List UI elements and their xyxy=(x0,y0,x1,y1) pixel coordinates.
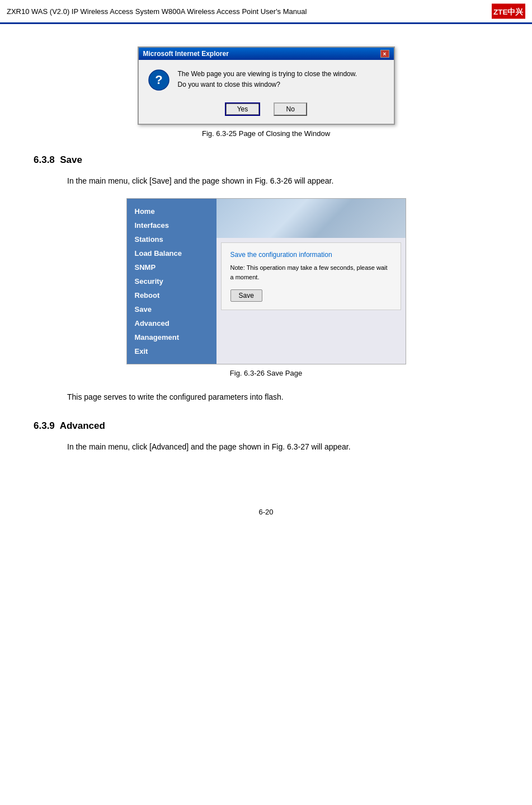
sidebar-item-interfaces[interactable]: Interfaces xyxy=(127,218,216,232)
ie-dialog: Microsoft Internet Explorer × ? The Web … xyxy=(138,46,395,125)
main-content: Microsoft Internet Explorer × ? The Web … xyxy=(0,24,532,485)
page-number: 6-20 xyxy=(258,508,273,516)
ie-question-icon: ? xyxy=(148,69,170,91)
header-title: ZXR10 WAS (V2.0) IP Wireless Access Syst… xyxy=(7,7,307,16)
ie-no-button[interactable]: No xyxy=(274,102,307,116)
save-panel-note: Note: This operation may take a few seco… xyxy=(230,263,392,282)
save-panel-title: Save the configuration information xyxy=(230,251,392,259)
ie-dialog-buttons: Yes No xyxy=(139,98,394,124)
save-panel-content: Save the configuration information Note:… xyxy=(221,242,401,310)
ie-dialog-wrapper: Microsoft Internet Explorer × ? The Web … xyxy=(34,46,498,125)
save-config-button[interactable]: Save xyxy=(230,289,262,302)
save-description: This page serves to write the configured… xyxy=(67,391,498,403)
sidebar-item-stations[interactable]: Stations xyxy=(127,232,216,246)
sidebar-menu: Home Interfaces Stations Load Balance SN… xyxy=(127,199,216,364)
save-page-wrapper: Home Interfaces Stations Load Balance SN… xyxy=(34,198,498,364)
ie-dialog-message: The Web page you are viewing is trying t… xyxy=(178,69,357,90)
ie-message-line2: Do you want to close this window? xyxy=(178,79,357,90)
sidebar-item-management[interactable]: Management xyxy=(127,330,216,344)
section-639-heading: 6.3.9 Advanced xyxy=(34,420,498,432)
fig1-caption: Fig. 6.3-25 Page of Closing the Window xyxy=(34,129,498,138)
svg-text:?: ? xyxy=(155,73,162,87)
sidebar-item-save[interactable]: Save xyxy=(127,302,216,316)
ie-message-line1: The Web page you are viewing is trying t… xyxy=(178,69,357,79)
sidebar-item-advanced[interactable]: Advanced xyxy=(127,316,216,330)
ie-dialog-body: ? The Web page you are viewing is trying… xyxy=(139,60,394,98)
page-footer: 6-20 xyxy=(0,508,532,525)
ie-dialog-title: Microsoft Internet Explorer xyxy=(143,50,229,58)
fig2-caption: Fig. 6.3-26 Save Page xyxy=(34,369,498,377)
ie-yes-button[interactable]: Yes xyxy=(225,102,261,116)
section-638-intro: In the main menu, click [Save] and the p… xyxy=(67,175,498,187)
sidebar-item-reboot[interactable]: Reboot xyxy=(127,288,216,302)
zte-logo-icon: ZTE中兴 xyxy=(492,3,525,19)
sidebar-item-loadbalance[interactable]: Load Balance xyxy=(127,246,216,260)
sidebar-item-home[interactable]: Home xyxy=(127,204,216,218)
sidebar-item-security[interactable]: Security xyxy=(127,274,216,288)
section-638-heading: 6.3.8 Save xyxy=(34,155,498,166)
ie-dialog-close-button[interactable]: × xyxy=(380,50,389,58)
sidebar-item-exit[interactable]: Exit xyxy=(127,344,216,358)
svg-text:ZTE中兴: ZTE中兴 xyxy=(493,7,524,16)
page-header: ZXR10 WAS (V2.0) IP Wireless Access Syst… xyxy=(0,0,532,24)
sidebar-item-snmp[interactable]: SNMP xyxy=(127,260,216,274)
save-page-container: Home Interfaces Stations Load Balance SN… xyxy=(126,198,406,364)
save-panel: Save the configuration information Note:… xyxy=(216,199,406,364)
ie-dialog-titlebar: Microsoft Internet Explorer × xyxy=(139,48,394,60)
section-639-intro: In the main menu, click [Advanced] and t… xyxy=(67,441,498,453)
save-panel-header-image xyxy=(216,199,406,238)
